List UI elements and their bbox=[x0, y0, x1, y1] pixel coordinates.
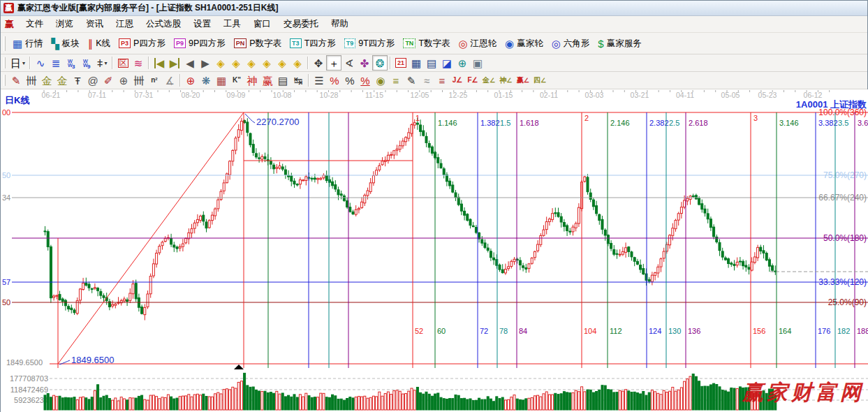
crosshair-button[interactable]: ＋ bbox=[326, 55, 341, 71]
remote-computer-button[interactable]: ▣ bbox=[470, 55, 485, 71]
gold-hline-button[interactable]: ≡ bbox=[434, 73, 450, 88]
spiral-tool-button[interactable]: @ bbox=[85, 73, 101, 88]
prev-bar-button[interactable]: ◀ bbox=[182, 55, 198, 71]
j-angle-button[interactable]: J∠ bbox=[450, 73, 465, 88]
chart-region[interactable]: 06-2107-1107-3108-2009-0910-0810-2811-15… bbox=[1, 89, 868, 412]
candle-body bbox=[276, 168, 278, 169]
p-number-table-button[interactable]: PNP数字表 bbox=[230, 35, 286, 52]
vertical-grid-button[interactable]: 卌 bbox=[24, 73, 39, 88]
candle-style-button[interactable]: ǂ▾ bbox=[94, 55, 110, 71]
bars-9-button[interactable]: ʬ9 bbox=[79, 55, 94, 71]
menu-item-help[interactable]: 帮助 bbox=[325, 16, 355, 32]
volume-bar bbox=[625, 390, 627, 410]
last-bar-button[interactable]: ▶ bbox=[167, 55, 182, 71]
sectors-button[interactable]: ▚板块 bbox=[47, 35, 84, 52]
calendar-button[interactable]: 21 bbox=[393, 55, 409, 71]
gann-circle-button[interactable]: ⊕ bbox=[116, 73, 131, 88]
percent-line-button[interactable]: % bbox=[358, 73, 373, 88]
ying-grid-button[interactable]: 赢 bbox=[260, 73, 275, 88]
volume-bar bbox=[753, 393, 756, 410]
save-button[interactable]: ◪ bbox=[439, 55, 455, 71]
region-tool-button[interactable]: 区 bbox=[115, 55, 131, 71]
menu-item-settings[interactable]: 设置 bbox=[187, 16, 217, 32]
gold-levels-button[interactable]: ≡ bbox=[388, 73, 404, 88]
square-grid-button[interactable]: ▦ bbox=[214, 73, 229, 88]
f10-document-button[interactable]: ≣ bbox=[48, 55, 64, 71]
hexagon-button[interactable]: ◎六角形 bbox=[547, 35, 594, 52]
menu-item-formula-stock-pick[interactable]: 公式选股 bbox=[140, 16, 187, 32]
winner-service-button[interactable]: $赢家服务 bbox=[594, 35, 645, 52]
gold-angle-button[interactable]: 金∠ bbox=[480, 73, 497, 88]
web-document-button[interactable]: ⊕ bbox=[455, 55, 470, 71]
menu-item-browse[interactable]: 浏览 bbox=[50, 16, 80, 32]
market-quotes-button[interactable]: ▦行情 bbox=[8, 35, 47, 52]
candle-body bbox=[179, 247, 181, 248]
jump-left-button[interactable]: ◈ bbox=[213, 55, 228, 71]
t-square-button[interactable]: T3T四方形 bbox=[286, 35, 340, 52]
menu-item-window[interactable]: 窗口 bbox=[247, 16, 277, 32]
f-grid-button[interactable]: Ŧ bbox=[70, 73, 85, 88]
shen-angle-button[interactable]: 神∠ bbox=[497, 73, 514, 88]
notepad-button[interactable]: ▤ bbox=[424, 55, 439, 71]
f-angle-button[interactable]: F∠ bbox=[465, 73, 480, 88]
peak-price-annotation: 2270.2700 bbox=[256, 117, 299, 127]
volume-bar bbox=[557, 395, 559, 410]
expand-view-button[interactable]: ◈ bbox=[274, 55, 290, 71]
gold-grid-2-button[interactable]: 金 bbox=[54, 73, 70, 88]
gann-wheel-button[interactable]: ◎江恩轮 bbox=[455, 35, 501, 52]
expand-horizontal-button[interactable]: ◈ bbox=[244, 55, 259, 71]
shen-grid-button[interactable]: 神 bbox=[244, 73, 260, 88]
marker-pen-button[interactable]: ✎ bbox=[404, 73, 419, 88]
angle-measure-button[interactable]: ∢ bbox=[341, 55, 357, 71]
comb-grid-button[interactable]: 卌 bbox=[131, 73, 147, 88]
star-grid-button[interactable]: ❋ bbox=[198, 73, 214, 88]
gann-fan-tool-button[interactable]: ✤ bbox=[357, 55, 372, 71]
gold-grid-1-button[interactable]: 金 bbox=[39, 73, 54, 88]
full-range-button[interactable]: ◈ bbox=[290, 55, 305, 71]
menu-item-gann[interactable]: 江恩 bbox=[110, 16, 140, 32]
smart-analysis-button[interactable]: ❂ bbox=[372, 55, 388, 71]
menu-item-tools[interactable]: 工具 bbox=[217, 16, 247, 32]
ying-angle-button[interactable]: 赢∠ bbox=[515, 73, 531, 88]
shen-grid-icon: 神 bbox=[247, 75, 258, 86]
kline-button[interactable]: ∥K线 bbox=[84, 35, 115, 52]
target-circle-button[interactable]: ⊕ bbox=[183, 73, 198, 88]
next-bar-button[interactable]: ▶ bbox=[198, 55, 213, 71]
pen-tool-button[interactable]: ✎ bbox=[8, 73, 24, 88]
candle-body bbox=[657, 267, 659, 273]
gold-circle-button[interactable]: ◉ bbox=[373, 73, 388, 88]
pen-ruler-button[interactable]: ✐ bbox=[101, 73, 116, 88]
span-arrows-button[interactable]: ↹ bbox=[290, 73, 306, 88]
market-quotes-label: 行情 bbox=[25, 38, 43, 50]
wave-band-button[interactable]: ≈ bbox=[419, 73, 434, 88]
kline-chart[interactable]: 06-2107-1107-3108-2009-0910-0810-2811-15… bbox=[1, 89, 868, 412]
period-selector-button[interactable]: 日▾ bbox=[8, 55, 27, 71]
jump-right-button[interactable]: ◈ bbox=[228, 55, 244, 71]
menu-item-news[interactable]: 资讯 bbox=[80, 16, 110, 32]
9t-square-button[interactable]: T99T四方形 bbox=[340, 35, 399, 52]
first-bar-button[interactable]: ◀ bbox=[152, 55, 167, 71]
color-histogram-button[interactable]: ≋ bbox=[131, 55, 146, 71]
gann-daycount-label: 176 bbox=[818, 327, 830, 335]
angle-ruler-button[interactable]: ∡ bbox=[162, 73, 177, 88]
title-bar[interactable]: 赢 赢家江恩专业版[赢家内部服务平台] - [上证指数 SH1A0001-251… bbox=[1, 1, 867, 16]
percent-tool-button[interactable]: % bbox=[342, 73, 358, 88]
n-square-button[interactable]: n² bbox=[147, 73, 162, 88]
candle-body bbox=[713, 227, 715, 237]
t-number-table-button[interactable]: TNT数字表 bbox=[399, 35, 454, 52]
p-square-button[interactable]: P3P四方形 bbox=[115, 35, 170, 52]
percent-gauge-button[interactable]: % bbox=[327, 73, 342, 88]
menu-item-file[interactable]: 文件 bbox=[20, 16, 50, 32]
zigzag-line-button[interactable]: ∿ bbox=[33, 55, 48, 71]
menu-item-trade[interactable]: 交易委托 bbox=[277, 16, 325, 32]
compress-view-button[interactable]: ◈ bbox=[259, 55, 274, 71]
calculator-button[interactable]: ▦ bbox=[409, 55, 424, 71]
bars-3-button[interactable]: ʬ3 bbox=[64, 55, 79, 71]
price-scale-button[interactable]: ☰ bbox=[311, 73, 327, 88]
winner-wheel-button[interactable]: ◉赢家轮 bbox=[501, 35, 547, 52]
9p-square-button[interactable]: P99P四方形 bbox=[170, 35, 230, 52]
hand-pan-button[interactable]: ✥ bbox=[311, 55, 326, 71]
four-angle-button[interactable]: 四∠ bbox=[531, 73, 548, 88]
k-quote-button[interactable]: K" bbox=[229, 73, 244, 88]
number-grid-button[interactable]: ▤ bbox=[275, 73, 290, 88]
